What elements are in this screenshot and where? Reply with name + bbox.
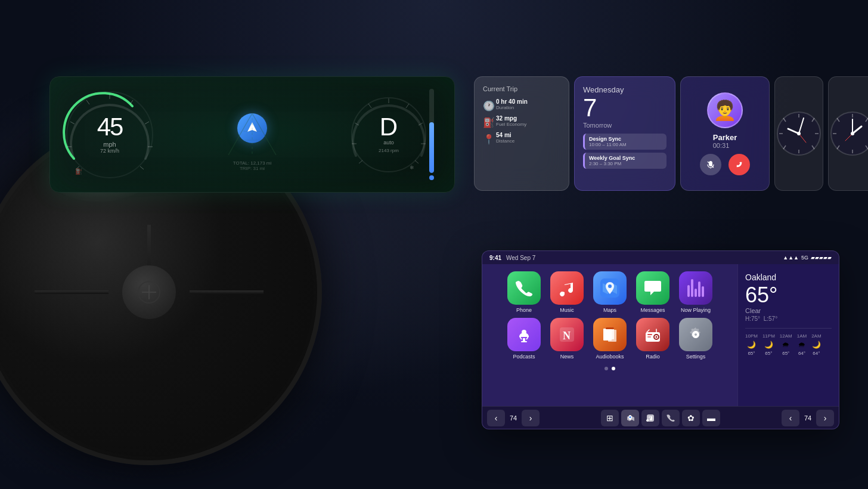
svg-point-38 [831,112,868,155]
weather-condition: Clear [745,307,832,314]
trip-widget: Current Trip 🕐 0 hr 40 min Duration ⛽ 32… [474,76,569,191]
audiobooks-label: Audiobooks [596,354,624,360]
music-label: Music [560,307,574,313]
gear-display: D [379,114,399,140]
signal-icon: ▲▲▲ [783,255,799,261]
page-dot-1 [604,367,608,370]
weather-hilo: H:75° L:57° [745,315,832,322]
phone-dock-button[interactable] [662,410,680,426]
trip-fuel-sub: Fuel Economy [496,122,526,127]
call-controls [700,154,750,175]
analog-clock-1 [774,76,823,191]
dock-center: ⊞ ✿ ▬ [601,410,720,426]
svg-line-21 [368,104,371,108]
hourly-11pm: 11PM 🌙 65° [762,333,775,356]
app-settings[interactable]: Settings [679,318,712,360]
status-date: Wed Sep 7 [506,255,535,261]
prev-button[interactable]: ‹ [782,410,799,426]
weather-temp: 65° [745,283,832,307]
page-indicator [492,364,728,373]
audiobooks-icon [593,318,627,351]
caller-name: Parker [713,133,737,142]
analog-clock-2 [828,76,868,191]
svg-text:⛽: ⛽ [75,168,83,175]
instrument-cluster: ⛽ 45 mph 72 km/h [49,76,455,193]
app-row-2: Podcasts N News [492,318,728,360]
fuel-icon: ⛽ [483,117,491,125]
radio-label: Radio [646,354,660,360]
settings-icon [679,318,712,351]
svg-point-54 [608,284,612,288]
app-podcasts[interactable]: Podcasts [507,318,541,360]
trip-duration-sub: Duration [496,105,528,110]
call-widget: 🧑‍🦱 Parker 00:31 [680,76,770,191]
carplay-status-bar: 9:41 Wed Sep 7 ▲▲▲ 5G ▰▰▰▰▰ [482,251,839,264]
app-radio[interactable]: Radio [636,318,669,360]
cal-event-2-time: 2:30 – 3:30 PM [589,161,662,166]
app-grid: Phone Music [482,264,737,406]
app-messages[interactable]: Messages [636,271,669,313]
trip-partial: TRIP: 31 mi [240,166,265,171]
app-audiobooks[interactable]: Audiobooks [593,318,627,360]
svg-line-14 [406,104,409,108]
distance-icon: 📍 [483,134,491,142]
messages-icon [636,271,669,305]
speed-display: 45 [97,114,123,139]
home-grid-button[interactable]: ⊞ [601,410,619,426]
svg-point-69 [630,416,631,418]
music-icon [550,271,584,305]
weather-panel: Oakland 65° Clear H:75° L:57° 10PM 🌙 65°… [737,264,839,406]
svg-line-6 [140,166,144,169]
app-maps[interactable]: Maps [593,271,627,313]
cal-event-1[interactable]: Design Sync 10:00 – 11:00 AM [583,134,666,150]
hourly-1am: 1AM 🌧 64° [797,333,807,356]
svg-line-4 [145,122,149,124]
mute-button[interactable] [700,154,721,175]
next-button[interactable]: › [816,410,834,426]
dock-right: ‹ 74 › [782,410,834,426]
fan-button[interactable]: ✿ [682,410,700,426]
cal-tomorrow: Tomorrow [583,122,666,129]
app-nowplaying[interactable]: Now Playing [679,271,712,313]
svg-rect-63 [606,327,614,329]
page-dot-2 [612,367,615,370]
calendar-widget[interactable]: Wednesday 7 Tomorrow Design Sync 10:00 –… [574,76,675,191]
speed-kmh: 72 km/h [97,147,123,153]
dashboard-button[interactable]: ▬ [702,410,720,426]
battery-icon: ▰▰▰▰▰ [811,255,832,261]
phone-icon [507,271,541,305]
maps-icon-app [593,271,627,305]
hourly-2am: 2AM 🌙 64° [811,333,821,356]
hourly-12am: 12AM 🌧 65° [780,333,792,356]
app-news[interactable]: N News [550,318,584,360]
music-dock-button[interactable] [641,410,659,426]
carplay-dock: ‹ 74 › ⊞ [482,406,839,429]
app-phone[interactable]: Phone [507,271,541,313]
cal-day-number: 7 [583,94,666,122]
cluster-center: TOTAL: 12,173 mi TRIP: 31 mi [157,83,347,186]
svg-line-10 [86,100,89,104]
svg-point-66 [656,336,658,338]
forward-button[interactable]: › [522,410,540,426]
svg-point-50 [851,132,854,135]
nowplaying-label: Now Playing [681,307,711,313]
trip-duration: 0 hr 40 min [496,98,528,105]
gear-indicator: ❄ D auto 2143 rpm [347,93,430,177]
app-music[interactable]: Music [550,271,584,313]
status-time: 9:41 [489,255,501,261]
dock-left: ‹ 74 › [487,410,540,426]
call-duration: 00:31 [713,142,737,149]
svg-rect-57 [521,341,527,342]
dock-number-right: 74 [802,414,814,422]
carplay-main: Phone Music [482,264,839,406]
speedometer: ⛽ 45 mph 72 km/h [62,87,157,182]
back-button[interactable]: ‹ [487,410,505,426]
cal-event-2[interactable]: Weekly Goal Sync 2:30 – 3:30 PM [583,153,666,169]
settings-label: Settings [686,354,706,360]
carplay-screen: 9:41 Wed Sep 7 ▲▲▲ 5G ▰▰▰▰▰ Phone [482,250,839,429]
svg-point-37 [797,132,801,135]
weather-city: Oakland [745,273,832,282]
end-call-button[interactable] [728,154,750,175]
maps-label: Maps [603,307,616,313]
maps-dock-button[interactable] [621,410,639,426]
